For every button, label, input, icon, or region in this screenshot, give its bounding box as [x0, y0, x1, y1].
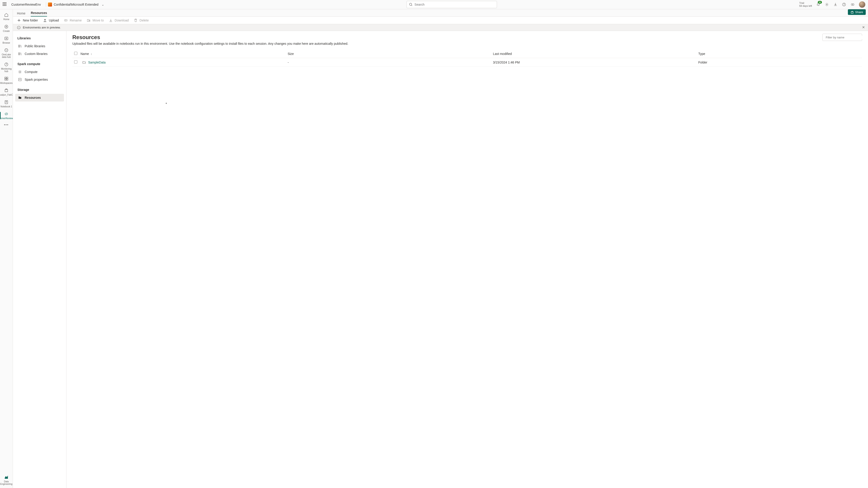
classification-label: Confidential\Microsoft Extended [54, 3, 99, 6]
trial-days: 59 days left [799, 4, 812, 7]
header-right: Trial: 59 days left 55 [799, 1, 865, 8]
gear-icon [825, 2, 829, 6]
svg-point-2 [827, 4, 828, 5]
svg-point-4 [844, 5, 844, 6]
trial-label: Trial: [799, 2, 812, 4]
notification-badge: 55 [818, 1, 822, 4]
environment-name[interactable]: CustomerReviewEnv [11, 3, 41, 6]
svg-point-0 [409, 3, 412, 5]
trial-info: Trial: 59 days left [799, 2, 812, 7]
feedback-button[interactable] [850, 2, 855, 7]
search-box[interactable] [406, 1, 497, 8]
notifications-button[interactable]: 55 [816, 2, 820, 7]
svg-point-5 [851, 4, 852, 5]
download-manager-button[interactable] [833, 2, 838, 7]
help-button[interactable] [842, 2, 846, 7]
settings-button[interactable] [825, 2, 829, 7]
feedback-icon [850, 2, 855, 6]
download-icon [833, 2, 837, 6]
app-launcher-icon[interactable] [3, 2, 7, 7]
help-icon [842, 2, 846, 6]
search-input[interactable] [414, 3, 494, 6]
chevron-down-icon: ⌄ [101, 3, 104, 6]
search-icon [409, 3, 413, 6]
svg-line-1 [411, 5, 412, 6]
header-bar: CustomerReviewEnv Confidential\Microsoft… [0, 0, 868, 9]
classification-icon [48, 2, 52, 6]
classification-picker[interactable]: Confidential\Microsoft Extended ⌄ [48, 2, 104, 6]
search-wrap [406, 1, 497, 8]
divider [46, 2, 46, 7]
user-avatar[interactable] [859, 1, 865, 8]
svg-point-6 [852, 4, 854, 5]
